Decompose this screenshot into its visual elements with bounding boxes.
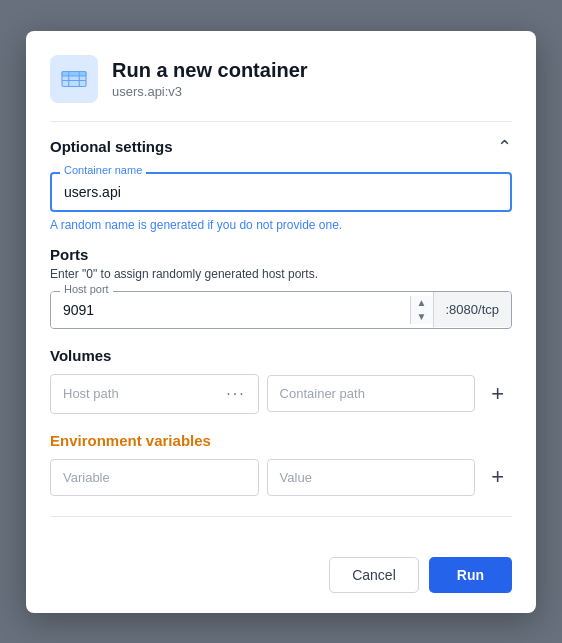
- variable-input-wrapper[interactable]: Variable: [50, 459, 259, 496]
- volumes-title: Volumes: [50, 347, 512, 364]
- host-port-input[interactable]: [51, 292, 410, 328]
- host-path-placeholder: Host path: [63, 386, 226, 401]
- value-placeholder: Value: [280, 470, 312, 485]
- env-row: Variable Value +: [50, 459, 512, 496]
- modal-overlay: Run a new container users.api:v3 Optiona…: [0, 0, 562, 643]
- modal-footer: Cancel Run: [26, 557, 536, 613]
- chevron-up-icon[interactable]: ⌃: [497, 136, 512, 158]
- host-path-input-wrapper[interactable]: Host path ···: [50, 374, 259, 414]
- ports-hint: Enter "0" to assign randomly generated h…: [50, 267, 512, 281]
- variable-placeholder: Variable: [63, 470, 110, 485]
- host-port-field: Host port ▲ ▼ :8080/tcp: [50, 291, 512, 329]
- add-env-button[interactable]: +: [483, 460, 512, 494]
- container-name-input[interactable]: [50, 172, 512, 212]
- environment-variables-section: Environment variables Variable Value +: [50, 432, 512, 496]
- modal-header: Run a new container users.api:v3: [26, 31, 536, 121]
- add-volume-button[interactable]: +: [483, 377, 512, 411]
- port-row: Host port ▲ ▼ :8080/tcp: [50, 291, 512, 329]
- container-name-hint: A random name is generated if you do not…: [50, 218, 512, 232]
- container-path-input-wrapper[interactable]: Container path: [267, 375, 476, 412]
- volumes-row: Host path ··· Container path +: [50, 374, 512, 414]
- modal-divider: [50, 516, 512, 517]
- port-increment-button[interactable]: ▲: [411, 296, 433, 310]
- container-icon: [50, 55, 98, 103]
- container-name-field: Container name: [50, 172, 512, 212]
- port-input-wrapper: ▲ ▼ :8080/tcp: [50, 291, 512, 329]
- run-button[interactable]: Run: [429, 557, 512, 593]
- cancel-button[interactable]: Cancel: [329, 557, 419, 593]
- container-name-label: Container name: [60, 164, 146, 176]
- value-input-wrapper[interactable]: Value: [267, 459, 476, 496]
- svg-rect-1: [62, 71, 86, 76]
- modal-subtitle: users.api:v3: [112, 84, 308, 99]
- modal-dialog: Run a new container users.api:v3 Optiona…: [26, 31, 536, 613]
- modal-body: Optional settings ⌃ Container name A ran…: [26, 121, 536, 557]
- container-port-suffix: :8080/tcp: [433, 292, 512, 327]
- ports-title: Ports: [50, 246, 512, 263]
- modal-title: Run a new container: [112, 59, 308, 82]
- port-stepper: ▲ ▼: [410, 296, 433, 324]
- container-path-placeholder: Container path: [280, 386, 463, 401]
- port-decrement-button[interactable]: ▼: [411, 310, 433, 324]
- container-cube-icon: [59, 64, 89, 94]
- modal-header-text: Run a new container users.api:v3: [112, 59, 308, 99]
- optional-settings-title: Optional settings: [50, 138, 173, 155]
- dots-icon: ···: [226, 385, 245, 403]
- env-variables-title: Environment variables: [50, 432, 512, 449]
- volumes-section: Volumes Host path ··· Container path +: [50, 347, 512, 414]
- host-port-label: Host port: [60, 283, 113, 295]
